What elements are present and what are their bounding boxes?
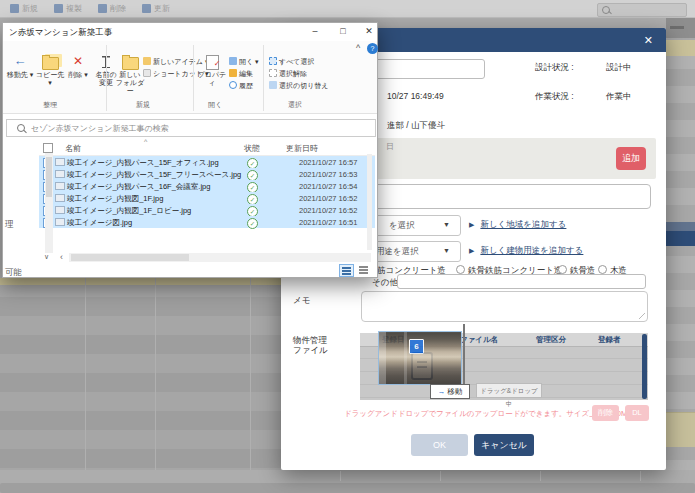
history-button[interactable]: 履歴 xyxy=(229,81,253,91)
structure-other-label: その他 xyxy=(372,277,398,289)
file-date: 2021/10/27 16:51 xyxy=(299,218,357,227)
radio-icon[interactable] xyxy=(598,265,607,274)
table-scrollbar[interactable] xyxy=(642,334,647,399)
file-name: 竣工イメージ_内観パース_15F_フリースペース.jpg xyxy=(67,170,241,180)
file-list-scrollbar[interactable] xyxy=(367,154,372,250)
add-usage-link[interactable]: 新しく建物用途を追加する xyxy=(480,245,583,255)
minimize-icon[interactable]: – xyxy=(307,23,323,40)
sync-status-icon: ✓ xyxy=(247,218,258,229)
sync-status-icon: ✓ xyxy=(247,194,258,205)
group-label-new: 新規 xyxy=(136,100,150,110)
edit-pencil-icon xyxy=(229,69,237,77)
column-divider xyxy=(250,278,251,470)
delete-button[interactable]: ✕ 削除 ▾ xyxy=(65,53,91,79)
properties-button[interactable]: プロパティ xyxy=(197,53,227,87)
close-icon[interactable]: ✕ xyxy=(644,33,653,47)
select-none-button[interactable]: 選択解除 xyxy=(269,69,307,79)
select-all-checkbox[interactable] xyxy=(43,143,53,153)
background-footer-band xyxy=(0,483,695,493)
toolbar-item[interactable]: 削除 xyxy=(98,3,126,14)
section-fragment: 日 xyxy=(386,141,394,152)
cancel-button[interactable]: キャンセル xyxy=(474,434,534,456)
select-all-button[interactable]: すべて選択 xyxy=(269,57,315,67)
file-row[interactable]: ✓竣工イメージ_内観図_1F_ロビー.jpg✓2021/10/27 16:52 xyxy=(39,204,375,216)
background-search-box[interactable] xyxy=(597,3,687,17)
close-icon[interactable]: ✕ xyxy=(361,23,377,40)
delete-file-button[interactable]: 削除 xyxy=(592,405,619,421)
background-selected-row xyxy=(666,222,695,246)
explorer-window: ン赤坂マンション新築工事 – □ ✕ ^ ? ← 移動先 ▾ コピー先 ▾ ✕ … xyxy=(2,22,378,278)
background-table-right xyxy=(666,18,695,470)
usage-select-value: 用途を選択 xyxy=(376,246,419,258)
copy-to-button[interactable]: コピー先 ▾ xyxy=(35,53,65,87)
file-name: 竣工イメージ_内観図_1F_ロビー.jpg xyxy=(67,206,191,216)
download-button[interactable]: DL xyxy=(625,405,649,421)
structure-other-input[interactable] xyxy=(397,274,646,289)
column-modified[interactable]: 更新日時 xyxy=(286,143,318,154)
col-registrant: 登録者 xyxy=(598,335,621,345)
move-to-button[interactable]: ← 移動先 ▾ xyxy=(5,53,35,79)
file-row[interactable]: ✓竣工イメージ_内観パース_15F_オフィス.jpg✓2021/10/27 16… xyxy=(39,156,375,168)
radio-icon[interactable] xyxy=(558,265,567,274)
toolbar-item[interactable]: 新規 xyxy=(10,3,38,14)
ribbon-divider xyxy=(263,45,264,111)
scroll-down-icon[interactable]: ∨ xyxy=(44,253,49,261)
memo-textarea[interactable] xyxy=(361,291,648,322)
design-status-label: 設計状況 : xyxy=(535,62,574,74)
link-arrow-icon: ▶ xyxy=(469,221,474,228)
radio-icon[interactable] xyxy=(456,265,465,274)
file-name: 竣工イメージ_内観パース_16F_会議室.jpg xyxy=(67,182,210,192)
toolbar-item[interactable]: 複製 xyxy=(54,3,82,14)
maximize-icon[interactable]: □ xyxy=(335,23,351,40)
column-divider xyxy=(640,471,641,481)
file-date: 2021/10/27 16:52 xyxy=(299,194,357,203)
col-category: 管理区分 xyxy=(536,335,566,345)
edit-button[interactable]: 編集 xyxy=(229,69,253,79)
column-status[interactable]: 状態 xyxy=(244,143,260,154)
explorer-search-box[interactable]: セゾン赤坂マンション新築工事の検索 xyxy=(6,119,376,137)
open-button[interactable]: 開く ▾ xyxy=(229,57,259,67)
drag-thumbnail: 6 xyxy=(378,331,462,385)
file-row[interactable]: ✓竣工イメージ図.jpg✓2021/10/27 16:51 xyxy=(39,216,375,228)
person-in-charge: 進部 / 山下優斗 xyxy=(387,120,445,132)
drag-move-chip: → 移動 xyxy=(430,384,470,399)
background-footer xyxy=(0,470,695,493)
address-input[interactable] xyxy=(331,184,651,209)
work-status-value: 作業中 xyxy=(606,91,632,103)
horizontal-scrollbar[interactable] xyxy=(69,253,371,262)
files-label-line2: ファイル xyxy=(293,345,328,357)
column-divider xyxy=(440,471,441,481)
file-row[interactable]: ✓竣工イメージ_内観パース_15F_フリースペース.jpg✓2021/10/27… xyxy=(39,168,375,180)
background-highlight-row xyxy=(666,412,695,447)
ok-button[interactable]: OK xyxy=(411,434,468,456)
properties-icon xyxy=(206,55,219,70)
ribbon-collapse-icon[interactable]: ^ xyxy=(356,43,360,53)
sync-status-icon: ✓ xyxy=(247,206,258,217)
screen: 新規複製削除更新 ✕ 設計状況 : 設計中 10/27 16:49:49 作業状… xyxy=(0,0,695,493)
file-row[interactable]: ✓竣工イメージ_内観パース_16F_会議室.jpg✓2021/10/27 16:… xyxy=(39,180,375,192)
nav-pane-scrollbar[interactable] xyxy=(45,153,53,253)
toolbar-item-label: 更新 xyxy=(154,3,170,14)
image-file-icon xyxy=(55,170,65,178)
toolbar-item[interactable]: 更新 xyxy=(142,3,170,14)
image-file-icon xyxy=(55,218,65,226)
drag-count-badge: 6 xyxy=(409,339,424,354)
group-label-open: 開く xyxy=(208,100,222,110)
scroll-left-icon[interactable]: ‹ xyxy=(60,252,63,262)
file-row[interactable]: ✓竣工イメージ_内観図_1F.jpg✓2021/10/27 16:52 xyxy=(39,192,375,204)
details-view-icon[interactable] xyxy=(339,264,354,277)
background-toolbar: 新規複製削除更新 xyxy=(0,0,695,18)
new-folder-icon xyxy=(122,57,139,70)
add-region-link[interactable]: 新しく地域を追加する xyxy=(480,219,566,229)
drag-status-chip: ドラッグ&ドロップ中 xyxy=(476,383,542,398)
add-button[interactable]: 追加 xyxy=(616,147,646,170)
add-region-row: ▶新しく地域を追加する xyxy=(469,219,566,231)
help-icon[interactable]: ? xyxy=(367,43,378,54)
design-status-value: 設計中 xyxy=(606,62,632,74)
new-folder-button[interactable]: 新しいフォルダー xyxy=(115,53,145,95)
thumbnails-view-icon[interactable] xyxy=(357,264,372,277)
column-name[interactable]: 名前 xyxy=(65,143,81,154)
invert-selection-button[interactable]: 選択の切り替え xyxy=(269,81,329,91)
assignee-section: 日 xyxy=(331,138,656,179)
ribbon-divider xyxy=(106,45,107,111)
